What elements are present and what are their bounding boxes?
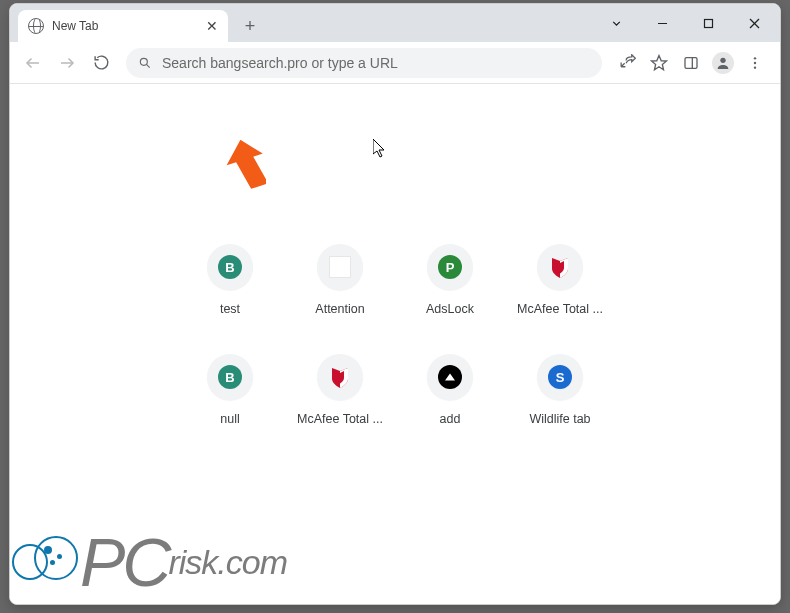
tab-title: New Tab (52, 19, 98, 33)
new-tab-button[interactable]: + (236, 12, 264, 40)
side-panel-button[interactable] (676, 48, 706, 78)
annotation-arrow-icon (222, 140, 266, 194)
svg-point-12 (754, 57, 756, 59)
avatar-icon (712, 52, 734, 74)
watermark-icon (12, 530, 76, 594)
tab-new-tab[interactable]: New Tab ✕ (18, 10, 228, 42)
shortcut-label: AdsLock (426, 302, 474, 316)
letter-b-icon: B (218, 365, 242, 389)
svg-point-6 (140, 58, 147, 65)
browser-window: New Tab ✕ + (9, 3, 781, 605)
titlebar: New Tab ✕ + (10, 4, 780, 42)
toolbar-right (612, 48, 772, 78)
search-icon (138, 56, 152, 70)
shortcut[interactable]: McAfee Total ... (505, 244, 615, 316)
close-window-button[interactable] (732, 8, 776, 38)
close-tab-icon[interactable]: ✕ (206, 19, 218, 33)
svg-marker-16 (373, 139, 384, 157)
mcafee-icon (548, 255, 572, 279)
shortcut-icon-wrap: S (537, 354, 583, 400)
shortcut[interactable]: Btest (175, 244, 285, 316)
minimize-button[interactable] (640, 8, 684, 38)
shortcut-icon-wrap (537, 244, 583, 290)
svg-rect-1 (704, 19, 712, 27)
shortcut-icon-wrap: P (427, 244, 473, 290)
maximize-button[interactable] (686, 8, 730, 38)
toolbar: Search bangsearch.pro or type a URL (10, 42, 780, 84)
back-button[interactable] (18, 48, 48, 78)
shortcut-label: Wildlife tab (529, 412, 590, 426)
letter-s-icon: S (548, 365, 572, 389)
shortcut-icon-wrap (317, 354, 363, 400)
cursor-icon (373, 139, 389, 159)
shortcut[interactable]: add (395, 354, 505, 426)
letter-b-icon: B (218, 255, 242, 279)
shortcut[interactable]: McAfee Total ... (285, 354, 395, 426)
globe-icon (28, 18, 44, 34)
svg-point-14 (754, 66, 756, 68)
shortcut[interactable]: PAdsLock (395, 244, 505, 316)
shortcut-label: Attention (315, 302, 364, 316)
shortcut[interactable]: SWildlife tab (505, 354, 615, 426)
shortcut-label: add (440, 412, 461, 426)
triangle-icon (438, 365, 462, 389)
window-controls (594, 4, 780, 42)
watermark-main: PC (80, 523, 168, 601)
bookmark-button[interactable] (644, 48, 674, 78)
shortcut[interactable]: Attention (285, 244, 395, 316)
reload-button[interactable] (86, 48, 116, 78)
mcafee-icon (328, 365, 352, 389)
watermark-sub: risk.com (168, 543, 287, 582)
shortcut-label: McAfee Total ... (297, 412, 383, 426)
shortcut-icon-wrap (427, 354, 473, 400)
forward-button[interactable] (52, 48, 82, 78)
shortcut-label: test (220, 302, 240, 316)
svg-point-11 (720, 57, 725, 62)
letter-p-icon: P (438, 255, 462, 279)
shortcut[interactable]: Bnull (175, 354, 285, 426)
share-button[interactable] (612, 48, 642, 78)
address-bar-placeholder: Search bangsearch.pro or type a URL (162, 55, 398, 71)
svg-marker-8 (652, 55, 667, 69)
profile-button[interactable] (708, 48, 738, 78)
tab-search-button[interactable] (594, 8, 638, 38)
svg-line-7 (146, 64, 149, 67)
shortcut-label: null (220, 412, 239, 426)
blank-square-icon (329, 256, 351, 278)
shortcut-icon-wrap (317, 244, 363, 290)
shortcut-icon-wrap: B (207, 354, 253, 400)
watermark: PC risk.com (12, 523, 287, 601)
svg-point-13 (754, 61, 756, 63)
address-bar[interactable]: Search bangsearch.pro or type a URL (126, 48, 602, 78)
shortcut-icon-wrap: B (207, 244, 253, 290)
shortcut-label: McAfee Total ... (517, 302, 603, 316)
svg-rect-9 (685, 57, 697, 68)
shortcuts-grid: Btest Attention PAdsLock McAfee Total ..… (175, 244, 615, 426)
menu-button[interactable] (740, 48, 770, 78)
svg-marker-15 (222, 140, 266, 194)
